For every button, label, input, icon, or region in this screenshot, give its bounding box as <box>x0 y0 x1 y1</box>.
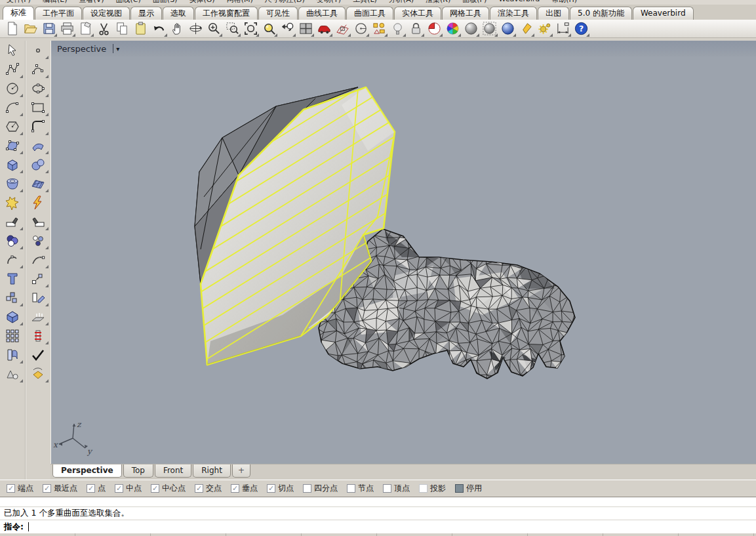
toolbar-button-lock-objects[interactable] <box>407 20 425 37</box>
workspace-tab-渲染工具[interactable]: 渲染工具 <box>490 7 537 20</box>
palette-button-srf-pts[interactable] <box>1 136 24 155</box>
palette-button-rect-obj[interactable] <box>27 98 49 117</box>
palette-button-point-circles[interactable] <box>27 231 49 250</box>
menu-item[interactable]: 变动(T) <box>317 0 341 5</box>
menu-item[interactable]: 实体(O) <box>189 0 214 5</box>
workspace-tab-Weaverbird[interactable]: Weaverbird <box>633 7 694 20</box>
toolbar-button-layout-shapes[interactable] <box>370 20 388 37</box>
toolbar-button-undo-view[interactable] <box>278 20 296 37</box>
toolbar-button-export-notes[interactable] <box>76 20 94 37</box>
toolbar-button-color-wheel[interactable] <box>443 20 462 37</box>
toolbar-button-zoom-in[interactable] <box>205 20 223 37</box>
menu-item[interactable]: 网格(M) <box>227 0 253 5</box>
palette-button-select-arrow[interactable] <box>1 41 24 60</box>
toolbar-button-paste-clipboard[interactable] <box>131 20 149 37</box>
menu-item[interactable]: 帮助(H) <box>551 0 577 5</box>
toolbar-button-print[interactable] <box>58 20 76 37</box>
menu-item[interactable]: 曲面(S) <box>153 0 178 5</box>
menu-item[interactable]: 文件(F) <box>7 0 31 5</box>
palette-button-extend-curve[interactable] <box>27 250 49 269</box>
palette-button-ellipse-obj[interactable] <box>27 79 49 98</box>
workspace-tab-工作平面[interactable]: 工作平面 <box>35 7 82 20</box>
toolbar-button-save[interactable] <box>39 20 58 37</box>
osnap-checkbox-投影[interactable] <box>419 484 428 493</box>
viewport-title-bar[interactable]: Perspective ▾ <box>51 41 756 56</box>
toolbar-button-rotate-view[interactable] <box>186 20 205 37</box>
toolbar-button-dimension[interactable] <box>553 20 572 37</box>
palette-button-lasso-diamond[interactable] <box>27 364 49 383</box>
viewport-tab-perspective[interactable]: Perspective <box>52 464 122 478</box>
osnap-checkbox-切点[interactable] <box>267 484 275 493</box>
viewport-menu-caret-icon[interactable]: ▾ <box>116 45 119 52</box>
toolbar-button-copy[interactable] <box>113 20 131 37</box>
palette-button-sheets-blue[interactable] <box>1 345 24 364</box>
viewport-tab-right[interactable]: Right <box>193 464 231 478</box>
osnap-checkbox-停用[interactable] <box>455 484 464 493</box>
menu-item[interactable]: 渲染(R) <box>426 0 450 5</box>
workspace-tab-曲面工具[interactable]: 曲面工具 <box>346 7 393 20</box>
osnap-checkbox-端点[interactable] <box>7 484 15 493</box>
workspace-tab-可见性[interactable]: 可见性 <box>258 7 298 20</box>
menu-item[interactable]: 查看(V) <box>79 0 104 5</box>
palette-button-group-objs[interactable] <box>1 288 24 307</box>
palette-button-polyline[interactable] <box>1 60 24 79</box>
toolbar-button-open-folder[interactable] <box>21 20 39 37</box>
workspace-tab-实体工具[interactable]: 实体工具 <box>394 7 441 20</box>
toolbar-button-render-blue-sphere[interactable] <box>498 20 517 37</box>
palette-button-curve-hook[interactable] <box>1 250 24 269</box>
palette-button-box-obj[interactable] <box>1 155 24 174</box>
toolbar-button-zoom-selected[interactable] <box>260 20 278 37</box>
menu-item[interactable]: Weaverbird <box>498 0 540 5</box>
palette-button-fillet-curve[interactable] <box>27 117 49 136</box>
command-input[interactable]: 指令: <box>0 520 756 533</box>
palette-button-explode-puzzle[interactable] <box>1 193 24 212</box>
toolbar-button-layer-pie[interactable] <box>425 20 443 37</box>
osnap-checkbox-点[interactable] <box>87 484 95 493</box>
toolbar-button-pan-hand[interactable] <box>168 20 186 37</box>
palette-button-boolean-circles[interactable] <box>1 231 24 250</box>
palette-button-solid-box[interactable] <box>1 307 24 326</box>
osnap-checkbox-节点[interactable] <box>347 484 355 493</box>
model-canvas[interactable]: z x y <box>51 41 756 464</box>
palette-button-array-grid[interactable] <box>1 326 24 345</box>
workspace-tab-选取[interactable]: 选取 <box>163 7 194 20</box>
toolbar-button-circle-radius[interactable] <box>351 20 370 37</box>
toolbar-button-undo[interactable] <box>149 20 168 37</box>
osnap-checkbox-交点[interactable] <box>195 484 203 493</box>
palette-button-point-obj[interactable] <box>27 41 49 60</box>
workspace-tab-工作视窗配置[interactable]: 工作视窗配置 <box>195 7 258 20</box>
toolbar-button-lightbulb-visibility[interactable] <box>388 20 407 37</box>
palette-button-cp-curve[interactable] <box>27 60 49 79</box>
palette-button-mesh-srf[interactable] <box>27 174 49 193</box>
palette-button-move-pts[interactable] <box>27 269 49 288</box>
palette-button-detach-pencil[interactable] <box>27 288 49 307</box>
osnap-checkbox-顶点[interactable] <box>383 484 391 493</box>
menu-item[interactable]: 工具(L) <box>353 0 377 5</box>
toolbar-button-move-car[interactable] <box>315 20 333 37</box>
osnap-checkbox-中心点[interactable] <box>151 484 159 493</box>
menu-item[interactable]: 分析(A) <box>389 0 414 5</box>
palette-button-text-obj[interactable] <box>1 269 24 288</box>
perspective-viewport[interactable]: z x y Perspective ▾ <box>50 41 756 464</box>
palette-button-srf-bend[interactable] <box>27 136 49 155</box>
menu-item[interactable]: 编辑(E) <box>43 0 68 5</box>
viewport-tab-front[interactable]: Front <box>155 464 191 478</box>
workspace-tab-5.0 的新功能[interactable]: 5.0 的新功能 <box>570 7 632 20</box>
workspace-tab-出图[interactable]: 出图 <box>538 7 569 20</box>
palette-button-arc-obj[interactable] <box>1 98 24 117</box>
toolbar-button-new-file[interactable] <box>3 20 21 37</box>
workspace-tab-标准[interactable]: 标准 <box>3 6 34 20</box>
workspace-tab-曲线工具[interactable]: 曲线工具 <box>298 7 346 20</box>
viewport-tab-top[interactable]: Top <box>123 464 153 478</box>
palette-button-plane-lights[interactable] <box>27 307 49 326</box>
add-viewport-tab-button[interactable]: + <box>232 464 250 478</box>
toolbar-button-help[interactable]: ? <box>572 20 590 37</box>
palette-button-clamp-red[interactable] <box>27 326 49 345</box>
toolbar-button-shaded-sphere[interactable] <box>462 20 480 37</box>
toolbar-button-viewport-layout[interactable] <box>296 20 315 37</box>
menu-item[interactable]: 面板(P) <box>462 0 487 5</box>
toolbar-button-zoom-window[interactable] <box>223 20 241 37</box>
toolbar-button-cone-render[interactable] <box>517 20 535 37</box>
osnap-checkbox-中点[interactable] <box>115 484 123 493</box>
osnap-checkbox-四分点[interactable] <box>303 484 311 493</box>
